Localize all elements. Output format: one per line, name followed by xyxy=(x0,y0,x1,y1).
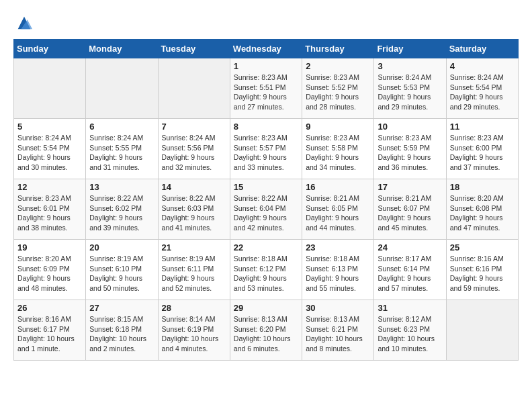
day-number: 21 xyxy=(162,242,226,253)
day-number: 19 xyxy=(17,242,82,253)
day-number: 6 xyxy=(89,122,154,132)
column-header-tuesday: Tuesday xyxy=(158,40,230,58)
column-header-saturday: Saturday xyxy=(446,40,518,58)
day-info: Sunrise: 8:16 AM Sunset: 6:17 PM Dayligh… xyxy=(17,314,82,354)
column-header-sunday: Sunday xyxy=(14,40,86,58)
day-number: 20 xyxy=(89,242,154,253)
day-info: Sunrise: 8:20 AM Sunset: 6:08 PM Dayligh… xyxy=(450,193,515,233)
day-cell: 21Sunrise: 8:19 AM Sunset: 6:11 PM Dayli… xyxy=(158,240,230,300)
week-row-2: 5Sunrise: 8:24 AM Sunset: 5:54 PM Daylig… xyxy=(14,119,519,179)
day-number: 26 xyxy=(17,303,82,313)
day-cell: 23Sunrise: 8:18 AM Sunset: 6:13 PM Dayli… xyxy=(302,240,374,300)
day-cell: 31Sunrise: 8:12 AM Sunset: 6:23 PM Dayli… xyxy=(374,300,446,361)
day-number: 15 xyxy=(234,182,298,192)
day-cell: 3Sunrise: 8:24 AM Sunset: 5:53 PM Daylig… xyxy=(374,58,446,119)
day-number: 29 xyxy=(234,303,298,313)
day-number: 14 xyxy=(162,182,226,192)
column-header-friday: Friday xyxy=(374,40,446,58)
day-info: Sunrise: 8:15 AM Sunset: 6:18 PM Dayligh… xyxy=(89,314,154,354)
day-number: 8 xyxy=(234,122,298,132)
day-info: Sunrise: 8:12 AM Sunset: 6:23 PM Dayligh… xyxy=(378,314,442,354)
day-info: Sunrise: 8:23 AM Sunset: 6:00 PM Dayligh… xyxy=(450,133,515,173)
day-cell: 12Sunrise: 8:23 AM Sunset: 6:01 PM Dayli… xyxy=(14,179,86,240)
day-info: Sunrise: 8:23 AM Sunset: 5:57 PM Dayligh… xyxy=(234,133,298,173)
day-cell: 9Sunrise: 8:23 AM Sunset: 5:58 PM Daylig… xyxy=(302,119,374,179)
header-row: SundayMondayTuesdayWednesdayThursdayFrid… xyxy=(14,40,519,58)
day-number: 27 xyxy=(89,303,154,313)
day-cell xyxy=(86,58,158,119)
day-cell: 22Sunrise: 8:18 AM Sunset: 6:12 PM Dayli… xyxy=(230,240,302,300)
day-number: 18 xyxy=(450,182,515,192)
logo-icon xyxy=(15,13,34,32)
day-info: Sunrise: 8:13 AM Sunset: 6:21 PM Dayligh… xyxy=(306,314,370,354)
day-info: Sunrise: 8:24 AM Sunset: 5:54 PM Dayligh… xyxy=(17,133,82,173)
day-number: 30 xyxy=(306,303,370,313)
calendar-table: SundayMondayTuesdayWednesdayThursdayFrid… xyxy=(13,39,519,361)
day-cell: 24Sunrise: 8:17 AM Sunset: 6:14 PM Dayli… xyxy=(374,240,446,300)
day-info: Sunrise: 8:22 AM Sunset: 6:02 PM Dayligh… xyxy=(89,193,154,233)
day-info: Sunrise: 8:18 AM Sunset: 6:12 PM Dayligh… xyxy=(234,254,298,293)
day-number: 1 xyxy=(234,61,298,71)
day-cell: 20Sunrise: 8:19 AM Sunset: 6:10 PM Dayli… xyxy=(86,240,158,300)
day-cell: 13Sunrise: 8:22 AM Sunset: 6:02 PM Dayli… xyxy=(86,179,158,240)
day-cell: 26Sunrise: 8:16 AM Sunset: 6:17 PM Dayli… xyxy=(14,300,86,361)
week-row-3: 12Sunrise: 8:23 AM Sunset: 6:01 PM Dayli… xyxy=(14,179,519,240)
day-info: Sunrise: 8:24 AM Sunset: 5:53 PM Dayligh… xyxy=(378,73,442,112)
day-info: Sunrise: 8:20 AM Sunset: 6:09 PM Dayligh… xyxy=(17,254,82,293)
day-number: 23 xyxy=(306,242,370,253)
day-number: 12 xyxy=(17,182,82,192)
day-info: Sunrise: 8:21 AM Sunset: 6:07 PM Dayligh… xyxy=(378,193,442,233)
day-info: Sunrise: 8:24 AM Sunset: 5:56 PM Dayligh… xyxy=(162,133,226,173)
day-number: 10 xyxy=(378,122,442,132)
day-info: Sunrise: 8:14 AM Sunset: 6:19 PM Dayligh… xyxy=(162,314,226,354)
day-cell xyxy=(14,58,86,119)
day-cell: 5Sunrise: 8:24 AM Sunset: 5:54 PM Daylig… xyxy=(14,119,86,179)
day-number: 3 xyxy=(378,61,442,71)
day-cell: 4Sunrise: 8:24 AM Sunset: 5:54 PM Daylig… xyxy=(446,58,518,119)
day-info: Sunrise: 8:16 AM Sunset: 6:16 PM Dayligh… xyxy=(450,254,515,293)
day-number: 5 xyxy=(17,122,82,132)
day-number: 4 xyxy=(450,61,515,71)
day-cell xyxy=(446,300,518,361)
day-cell: 10Sunrise: 8:23 AM Sunset: 5:59 PM Dayli… xyxy=(374,119,446,179)
day-number: 11 xyxy=(450,122,515,132)
day-cell: 7Sunrise: 8:24 AM Sunset: 5:56 PM Daylig… xyxy=(158,119,230,179)
day-info: Sunrise: 8:24 AM Sunset: 5:55 PM Dayligh… xyxy=(89,133,154,173)
day-cell: 8Sunrise: 8:23 AM Sunset: 5:57 PM Daylig… xyxy=(230,119,302,179)
day-cell: 18Sunrise: 8:20 AM Sunset: 6:08 PM Dayli… xyxy=(446,179,518,240)
day-cell: 28Sunrise: 8:14 AM Sunset: 6:19 PM Dayli… xyxy=(158,300,230,361)
day-info: Sunrise: 8:13 AM Sunset: 6:20 PM Dayligh… xyxy=(234,314,298,354)
day-info: Sunrise: 8:23 AM Sunset: 5:52 PM Dayligh… xyxy=(306,73,370,112)
day-cell: 25Sunrise: 8:16 AM Sunset: 6:16 PM Dayli… xyxy=(446,240,518,300)
day-number: 9 xyxy=(306,122,370,132)
week-row-5: 26Sunrise: 8:16 AM Sunset: 6:17 PM Dayli… xyxy=(14,300,519,361)
day-number: 16 xyxy=(306,182,370,192)
day-info: Sunrise: 8:19 AM Sunset: 6:10 PM Dayligh… xyxy=(89,254,154,293)
day-number: 7 xyxy=(162,122,226,132)
day-info: Sunrise: 8:23 AM Sunset: 6:01 PM Dayligh… xyxy=(17,193,82,233)
day-info: Sunrise: 8:18 AM Sunset: 6:13 PM Dayligh… xyxy=(306,254,370,293)
day-number: 17 xyxy=(378,182,442,192)
day-info: Sunrise: 8:17 AM Sunset: 6:14 PM Dayligh… xyxy=(378,254,442,293)
column-header-monday: Monday xyxy=(86,40,158,58)
day-number: 22 xyxy=(234,242,298,253)
day-info: Sunrise: 8:24 AM Sunset: 5:54 PM Dayligh… xyxy=(450,73,515,112)
day-info: Sunrise: 8:22 AM Sunset: 6:03 PM Dayligh… xyxy=(162,193,226,233)
day-cell xyxy=(158,58,230,119)
day-info: Sunrise: 8:23 AM Sunset: 5:58 PM Dayligh… xyxy=(306,133,370,173)
day-number: 31 xyxy=(378,303,442,313)
day-info: Sunrise: 8:21 AM Sunset: 6:05 PM Dayligh… xyxy=(306,193,370,233)
day-cell: 27Sunrise: 8:15 AM Sunset: 6:18 PM Dayli… xyxy=(86,300,158,361)
day-info: Sunrise: 8:23 AM Sunset: 5:51 PM Dayligh… xyxy=(234,73,298,112)
logo xyxy=(13,13,34,32)
column-header-wednesday: Wednesday xyxy=(230,40,302,58)
week-row-1: 1Sunrise: 8:23 AM Sunset: 5:51 PM Daylig… xyxy=(14,58,519,119)
week-row-4: 19Sunrise: 8:20 AM Sunset: 6:09 PM Dayli… xyxy=(14,240,519,300)
day-info: Sunrise: 8:19 AM Sunset: 6:11 PM Dayligh… xyxy=(162,254,226,293)
day-info: Sunrise: 8:23 AM Sunset: 5:59 PM Dayligh… xyxy=(378,133,442,173)
day-cell: 2Sunrise: 8:23 AM Sunset: 5:52 PM Daylig… xyxy=(302,58,374,119)
day-number: 13 xyxy=(89,182,154,192)
day-cell: 1Sunrise: 8:23 AM Sunset: 5:51 PM Daylig… xyxy=(230,58,302,119)
day-cell: 19Sunrise: 8:20 AM Sunset: 6:09 PM Dayli… xyxy=(14,240,86,300)
day-number: 2 xyxy=(306,61,370,71)
